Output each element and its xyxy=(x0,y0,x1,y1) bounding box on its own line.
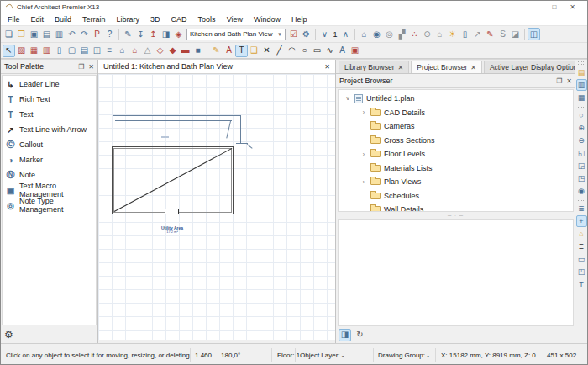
chevron-expanded-icon[interactable]: ∨ xyxy=(344,95,351,102)
camera-options-icon[interactable]: ⊙ xyxy=(421,28,433,40)
display-options-icon[interactable]: ◨ xyxy=(160,28,172,40)
save-plan-icon[interactable]: ▣ xyxy=(28,28,40,40)
menu-terrain[interactable]: Terrain xyxy=(82,15,106,24)
edit-page-icon[interactable]: ✎ xyxy=(122,28,134,40)
room-area-label[interactable]: Utility Area 17.2 m² xyxy=(145,225,199,235)
palette-item-leader-line[interactable]: ↳Leader Line xyxy=(3,77,96,92)
elevation-view-icon[interactable]: ▞ xyxy=(396,28,408,40)
walkthrough-icon[interactable]: ∴ xyxy=(408,28,421,40)
library-browser-icon[interactable]: ▤ xyxy=(576,66,587,78)
walkthrough-path-icon[interactable]: S xyxy=(496,28,509,40)
maximize-button[interactable]: □ xyxy=(552,3,556,12)
adjust-camera-icon[interactable]: ↗ xyxy=(471,28,484,40)
furniture-tools-icon[interactable]: ▬ xyxy=(179,45,192,57)
float-panel-icon[interactable]: ❐ xyxy=(556,77,562,85)
zoom-in-icon[interactable]: ⊕ xyxy=(576,122,587,134)
menu-library[interactable]: Library xyxy=(117,15,140,24)
browser-display-options-icon[interactable]: ◨ xyxy=(339,329,351,341)
saved-plan-view-icon[interactable]: ☑ xyxy=(287,28,300,40)
tab-active-layer-display-options[interactable]: Active Layer Display Options✕ xyxy=(484,61,588,73)
menu-help[interactable]: Help xyxy=(291,15,307,24)
tree-item-cross-sections[interactable]: Cross Sections xyxy=(339,134,573,148)
menu-cad[interactable]: CAD xyxy=(171,15,187,24)
drawing-canvas[interactable]: Utility Area 17.2 m² xyxy=(98,74,335,340)
layer-display-options-icon[interactable]: ▦ xyxy=(576,92,587,103)
camera-icon[interactable]: ◉ xyxy=(370,28,383,40)
project-browser-icon[interactable]: ▥ xyxy=(576,79,587,91)
menu-edit[interactable]: Edit xyxy=(31,15,45,24)
dollhouse-view-icon[interactable]: ⌂ xyxy=(433,28,446,40)
tree-item-plan-views[interactable]: ›Plan Views xyxy=(339,175,573,189)
menu-file[interactable]: File xyxy=(8,15,20,24)
attic-tools-icon[interactable]: △ xyxy=(141,45,154,57)
menu-build[interactable]: Build xyxy=(55,15,71,24)
undo-zoom-icon[interactable]: ◱ xyxy=(576,147,587,159)
menu-3d[interactable]: 3D xyxy=(150,15,160,24)
floor-down-icon[interactable]: ∨ xyxy=(318,28,331,40)
close-tab-icon[interactable]: ✕ xyxy=(470,64,476,71)
palette-item-note[interactable]: ⓃNote xyxy=(3,167,96,182)
pan-window-icon[interactable]: ◉ xyxy=(576,185,587,197)
fixture-tools-icon[interactable]: ◫ xyxy=(91,45,103,57)
roof-tools-icon[interactable]: ⌂ xyxy=(129,45,141,57)
circle-tool-icon[interactable]: ○ xyxy=(298,45,311,57)
wall-tools-icon[interactable]: ▨ xyxy=(15,45,28,57)
print-icon[interactable]: ▤ xyxy=(40,28,53,40)
palette-item-text[interactable]: TText xyxy=(3,107,96,122)
tree-item-wall-details[interactable]: Wall Details xyxy=(339,203,573,212)
wall-segment-right-vertical[interactable] xyxy=(240,115,241,143)
light-set-icon[interactable]: ▯ xyxy=(459,28,471,40)
close-button[interactable]: ✕ xyxy=(570,3,575,12)
document-tab[interactable]: Untitled 1: Kitchen and Bath Plan View ✕ xyxy=(98,60,335,74)
cabinet-tools-icon[interactable]: ▤ xyxy=(78,45,91,57)
menu-tools[interactable]: Tools xyxy=(198,15,216,24)
chevron-collapsed-icon[interactable]: › xyxy=(360,179,367,185)
skylight-tools-icon[interactable]: ◇ xyxy=(154,45,166,57)
tree-item-floor-levels[interactable]: ›Floor Levels xyxy=(339,147,573,161)
palette-item-marker[interactable]: ◑Marker xyxy=(3,152,96,167)
view-panel-toggle-icon[interactable]: ◫ xyxy=(528,28,540,40)
tree-item-schedules[interactable]: Schedules xyxy=(339,189,573,204)
reference-display-icon[interactable]: + xyxy=(576,215,587,227)
tab-library-browser[interactable]: Library Browser✕ xyxy=(339,61,409,73)
stair-tools-icon[interactable]: ≡ xyxy=(103,45,116,57)
select-objects-icon[interactable]: ↖ xyxy=(3,45,15,57)
full-overview-icon[interactable]: ⌂ xyxy=(358,28,370,40)
material-painter-icon[interactable]: ◪ xyxy=(509,28,522,40)
import-icon[interactable]: ↧ xyxy=(134,28,147,40)
undo-icon[interactable]: ↶ xyxy=(66,28,78,40)
tree-item-cameras[interactable]: Cameras xyxy=(339,119,573,134)
close-panel-icon[interactable]: ✕ xyxy=(88,63,94,71)
sunlight-icon[interactable]: ☀ xyxy=(446,28,459,40)
cad-text-icon[interactable]: A xyxy=(336,45,349,57)
layer-sets-icon[interactable]: ≣ xyxy=(576,203,587,214)
plan-view-selector[interactable]: Kitchen and Bath Plan View▼ xyxy=(186,29,286,40)
chevron-collapsed-icon[interactable]: › xyxy=(360,151,367,157)
window-tools-icon[interactable]: ▢ xyxy=(66,45,78,57)
text-styles-icon[interactable]: A xyxy=(223,45,235,57)
wall-segment-top-outer[interactable] xyxy=(113,115,241,116)
text-tool-icon[interactable]: T xyxy=(235,45,248,57)
railing-tools-icon[interactable]: ▦ xyxy=(28,45,40,57)
tree-item-materials-lists[interactable]: Materials Lists xyxy=(339,161,573,176)
dimension-tools-icon[interactable]: ✎ xyxy=(210,45,223,57)
zoom-out-icon[interactable]: ⊖ xyxy=(576,135,587,146)
arc-tool-icon[interactable]: ◠ xyxy=(286,45,298,57)
toolbar-drag-handle[interactable] xyxy=(578,61,585,65)
edit-view-icon[interactable]: ✎ xyxy=(484,28,496,40)
redo-icon[interactable]: ↷ xyxy=(78,28,91,40)
spline-tool-icon[interactable]: ∿ xyxy=(323,45,336,57)
palette-item-callout[interactable]: ⒸCallout xyxy=(3,137,96,152)
palette-settings-gear-icon[interactable]: ⚙ xyxy=(4,330,13,340)
preview-pane-icon[interactable]: ◰ xyxy=(576,266,587,278)
text-line-with-arrow-icon[interactable]: T xyxy=(576,278,587,290)
help-icon[interactable]: ? xyxy=(103,28,116,40)
open-plan-icon[interactable]: ❒ xyxy=(15,28,28,40)
fill-window-building-icon[interactable]: ◳ xyxy=(576,172,587,184)
palette-item-rich-text[interactable]: TRich Text xyxy=(3,92,96,107)
callout-tool-icon[interactable]: ❑ xyxy=(248,45,260,57)
print-preview-icon[interactable]: ▥ xyxy=(53,28,66,40)
palette-item-note-type-management[interactable]: ◎Note Type Management xyxy=(3,198,96,213)
door-tools-icon[interactable]: ▯ xyxy=(53,45,66,57)
wall-segment-inner-slanted[interactable] xyxy=(226,121,231,139)
